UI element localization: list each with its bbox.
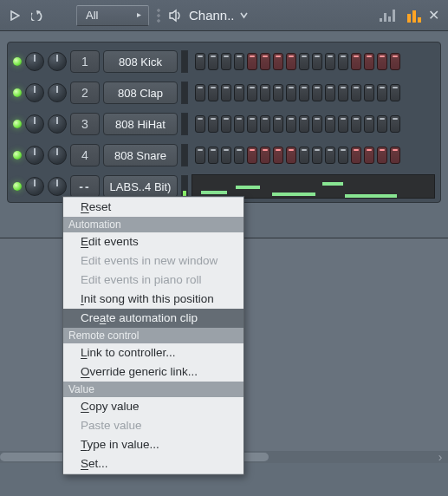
- channel-enable-led[interactable]: [13, 57, 22, 66]
- step-button[interactable]: [260, 84, 270, 101]
- pan-knob[interactable]: [25, 177, 44, 196]
- step-button[interactable]: [247, 115, 257, 133]
- step-button[interactable]: [364, 84, 374, 101]
- step-button[interactable]: [195, 53, 205, 70]
- step-button[interactable]: [273, 84, 283, 101]
- channel-name-button[interactable]: 808 HiHat: [103, 113, 178, 135]
- step-button[interactable]: [299, 115, 309, 133]
- step-button[interactable]: [195, 115, 205, 133]
- step-button[interactable]: [208, 115, 218, 133]
- pan-knob[interactable]: [25, 146, 44, 165]
- close-icon[interactable]: ✕: [425, 7, 443, 23]
- step-button[interactable]: [260, 147, 270, 164]
- step-button[interactable]: [247, 53, 257, 70]
- step-button[interactable]: [273, 53, 283, 70]
- step-button[interactable]: [377, 53, 387, 70]
- mini-piano-roll[interactable]: [192, 174, 435, 199]
- step-button[interactable]: [312, 53, 322, 70]
- pan-knob[interactable]: [25, 52, 44, 71]
- menu-item[interactable]: Set...: [63, 454, 243, 473]
- channel-name-button[interactable]: LABS..4 Bit): [103, 175, 178, 198]
- step-button[interactable]: [325, 115, 335, 133]
- pan-knob[interactable]: [25, 83, 44, 102]
- step-button[interactable]: [390, 84, 400, 101]
- menu-item[interactable]: Edit events: [63, 232, 243, 251]
- step-button[interactable]: [208, 84, 218, 101]
- ppq-icon[interactable]: [407, 9, 421, 23]
- step-button[interactable]: [234, 53, 244, 70]
- channel-display[interactable]: Chann..: [168, 8, 248, 23]
- step-button[interactable]: [312, 115, 322, 133]
- pan-knob[interactable]: [25, 114, 44, 134]
- menu-item[interactable]: Type in value...: [63, 435, 243, 454]
- step-button[interactable]: [221, 115, 231, 133]
- step-button[interactable]: [208, 147, 218, 164]
- channel-group-dropdown[interactable]: All: [76, 5, 149, 26]
- step-button[interactable]: [221, 84, 231, 101]
- channel-number[interactable]: 4: [70, 144, 100, 166]
- menu-item[interactable]: Init song with this position: [63, 290, 243, 309]
- step-button[interactable]: [260, 53, 270, 70]
- step-button[interactable]: [273, 147, 283, 164]
- step-button[interactable]: [312, 84, 322, 101]
- step-button[interactable]: [351, 53, 361, 70]
- step-button[interactable]: [325, 84, 335, 101]
- step-button[interactable]: [312, 147, 322, 164]
- volume-knob[interactable]: [48, 52, 67, 71]
- step-button[interactable]: [195, 84, 205, 101]
- step-button[interactable]: [234, 115, 244, 133]
- play-icon[interactable]: [5, 6, 24, 25]
- menu-item[interactable]: Create automation clip: [63, 309, 243, 328]
- step-button[interactable]: [351, 115, 361, 133]
- visualizer-icon[interactable]: [380, 9, 395, 23]
- step-button[interactable]: [299, 84, 309, 101]
- step-button[interactable]: [325, 147, 335, 164]
- step-button[interactable]: [377, 115, 387, 133]
- step-button[interactable]: [273, 115, 283, 133]
- channel-enable-led[interactable]: [13, 151, 22, 160]
- scroll-right-icon[interactable]: ›: [434, 451, 446, 463]
- step-button[interactable]: [286, 84, 296, 101]
- step-button[interactable]: [390, 53, 400, 70]
- channel-number[interactable]: 1: [70, 50, 100, 73]
- step-button[interactable]: [364, 53, 374, 70]
- step-button[interactable]: [221, 53, 231, 70]
- menu-item[interactable]: Reset: [63, 198, 243, 217]
- step-button[interactable]: [325, 53, 335, 70]
- channel-enable-led[interactable]: [13, 182, 22, 191]
- volume-knob[interactable]: [48, 146, 67, 165]
- step-button[interactable]: [299, 53, 309, 70]
- step-button[interactable]: [234, 147, 244, 164]
- step-button[interactable]: [390, 115, 400, 133]
- channel-enable-led[interactable]: [13, 120, 22, 128]
- volume-knob[interactable]: [48, 83, 67, 102]
- step-button[interactable]: [338, 115, 348, 133]
- step-button[interactable]: [364, 147, 374, 164]
- step-button[interactable]: [247, 84, 257, 101]
- channel-name-button[interactable]: 808 Snare: [103, 144, 178, 166]
- menu-item[interactable]: Copy value: [63, 397, 243, 416]
- channel-name-button[interactable]: 808 Clap: [103, 82, 178, 104]
- step-button[interactable]: [247, 147, 257, 164]
- step-button[interactable]: [351, 84, 361, 101]
- menu-item[interactable]: Link to controller...: [63, 343, 243, 362]
- step-button[interactable]: [377, 84, 387, 101]
- step-button[interactable]: [286, 147, 296, 164]
- step-button[interactable]: [338, 84, 348, 101]
- step-button[interactable]: [338, 53, 348, 70]
- menu-item[interactable]: Override generic link...: [63, 362, 243, 382]
- step-button[interactable]: [351, 147, 361, 164]
- step-button[interactable]: [364, 115, 374, 133]
- channel-name-button[interactable]: 808 Kick: [103, 50, 178, 73]
- volume-knob[interactable]: [48, 114, 67, 134]
- step-button[interactable]: [286, 53, 296, 70]
- step-button[interactable]: [338, 147, 348, 164]
- channel-number[interactable]: 2: [70, 82, 100, 104]
- step-button[interactable]: [195, 147, 205, 164]
- step-button[interactable]: [286, 115, 296, 133]
- channel-enable-led[interactable]: [13, 88, 22, 97]
- volume-knob[interactable]: [48, 177, 67, 196]
- step-button[interactable]: [234, 84, 244, 101]
- step-button[interactable]: [299, 147, 309, 164]
- redo-icon[interactable]: [28, 6, 47, 25]
